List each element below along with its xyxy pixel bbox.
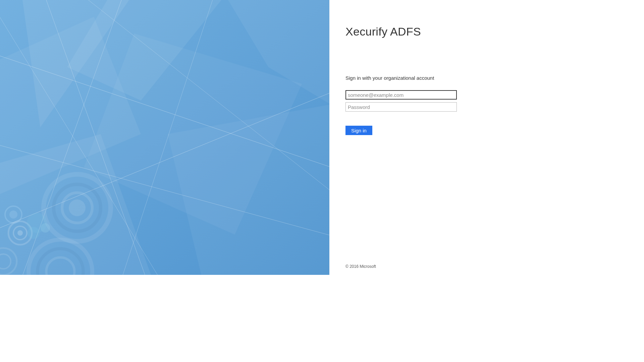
signin-button[interactable]: Sign in — [345, 126, 372, 135]
svg-point-25 — [17, 230, 23, 236]
svg-point-19 — [69, 199, 86, 216]
illustration-panel — [0, 0, 329, 275]
svg-point-29 — [28, 227, 40, 239]
page-title: Xecurify ADFS — [345, 25, 628, 38]
svg-point-27 — [9, 210, 17, 219]
svg-point-30 — [41, 223, 50, 233]
signin-panel: Xecurify ADFS Sign in with your organiza… — [329, 0, 644, 275]
signin-form: Sign in with your organizational account… — [345, 75, 457, 135]
username-input[interactable] — [345, 90, 457, 100]
signin-instruction: Sign in with your organizational account — [345, 75, 457, 81]
password-input[interactable] — [345, 102, 457, 112]
copyright-footer: © 2016 Microsoft — [345, 264, 376, 269]
